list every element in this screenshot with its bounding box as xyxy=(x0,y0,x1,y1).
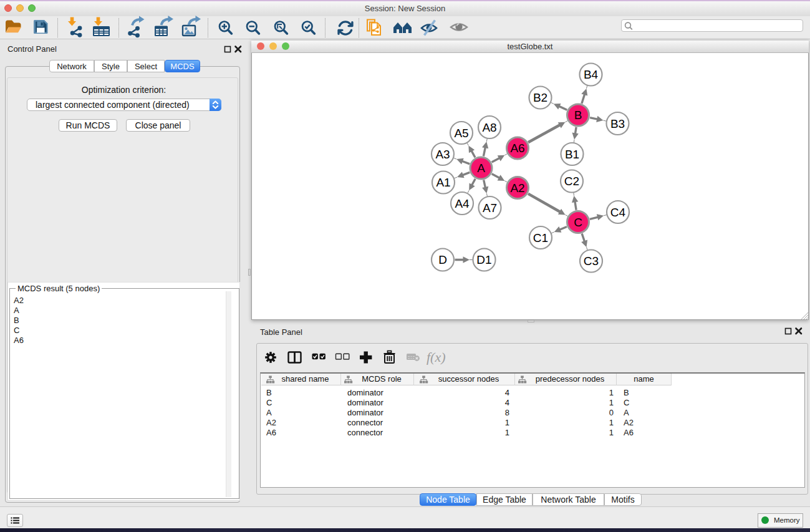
svg-text:f(x): f(x) xyxy=(427,349,446,365)
